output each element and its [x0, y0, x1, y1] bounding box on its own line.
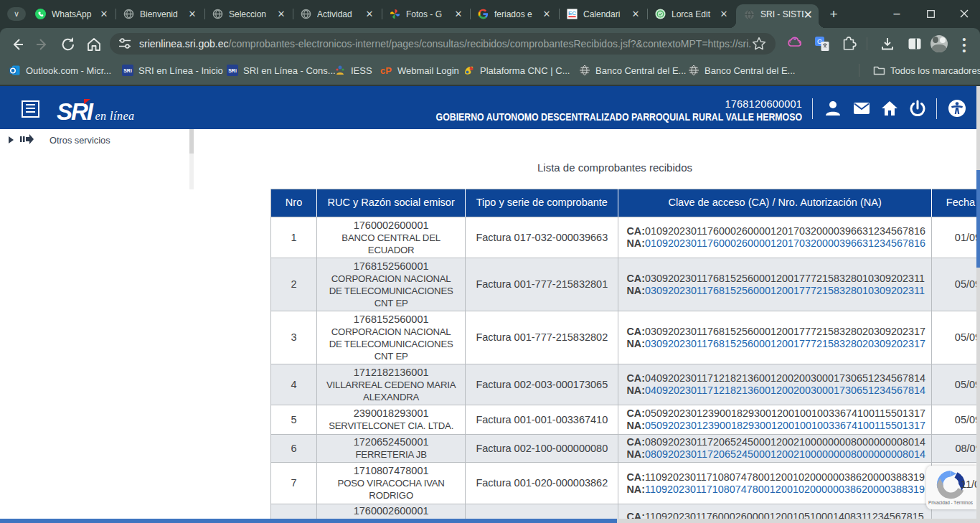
- svg-text:SRi: SRi: [228, 68, 237, 73]
- svg-text:SRi: SRi: [123, 68, 132, 73]
- svg-text:Privacidad - Términos: Privacidad - Términos: [928, 500, 973, 505]
- svg-text:cP: cP: [380, 65, 392, 76]
- svg-text:EC: EC: [568, 10, 576, 17]
